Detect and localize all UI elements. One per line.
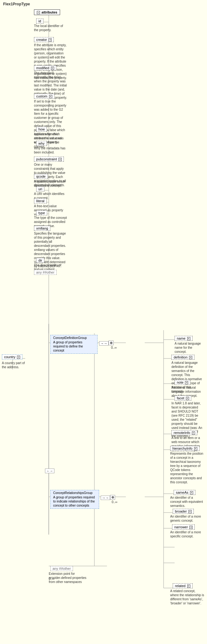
field-id-label: id xyxy=(38,19,41,23)
attributes-box: − attributes xyxy=(34,9,60,15)
diagram-container: Flex1PropType xyxy=(0,0,207,629)
broader-plus-icon[interactable]: + xyxy=(188,510,192,513)
attributes-label: attributes xyxy=(42,10,57,14)
pubconstraint-plus-icon[interactable]: + xyxy=(59,158,62,161)
modified-plus-icon[interactable]: + xyxy=(51,67,54,70)
field-uri: uri xyxy=(36,186,44,192)
field-note: note + xyxy=(175,380,190,385)
field-narrower-desc: An identifier of a more specific concept… xyxy=(170,530,205,538)
field-custom: custom + xyxy=(34,94,54,99)
field-related: related + xyxy=(173,583,193,588)
field-broader: broader + xyxy=(173,509,194,514)
crg-multiplicity: 0..∞ xyxy=(112,500,117,504)
crg-seq-arrow: →→ xyxy=(101,496,110,500)
field-dir: dir xyxy=(36,258,44,263)
narrower-plus-icon[interactable]: + xyxy=(189,526,193,529)
field-related-desc: A related concept, where the relationshi… xyxy=(170,589,205,605)
country-plus-icon[interactable]: + xyxy=(17,356,20,359)
custom-plus-icon[interactable]: + xyxy=(49,95,52,98)
field-xmllang: xmllang xyxy=(34,226,50,231)
field-sameas: sameAs + xyxy=(174,490,195,495)
definition-plus-icon[interactable]: + xyxy=(189,356,192,359)
field-hierarchyinfo-desc: Represents the position of a concept in … xyxy=(170,452,205,484)
field-id-desc: The local identifier of the property. xyxy=(34,24,65,32)
any-other-bottom-mult: 0..∞ xyxy=(49,577,54,580)
concept-relationships-group-box: ConceptRelationshipsGroup A group of pro… xyxy=(50,490,99,509)
cdg-multiplicity: 0..∞ xyxy=(111,346,117,349)
cdg-desc: A group of properties required to define… xyxy=(53,340,95,353)
field-type: type xyxy=(36,210,47,215)
name-plus-icon[interactable]: + xyxy=(187,337,190,340)
field-literal: literal xyxy=(34,198,47,203)
field-how: how xyxy=(36,127,47,132)
country-box: country + xyxy=(2,354,22,359)
field-any-other-top: any ##other xyxy=(34,270,57,275)
minus-icon[interactable]: − xyxy=(37,11,40,14)
left-arrow-connector: ←→ xyxy=(45,469,54,473)
field-narrower: narrower + xyxy=(172,525,195,530)
field-definition: definition + xyxy=(171,355,194,360)
cdg-seq-box: ⊕ xyxy=(109,341,114,345)
field-name-desc: A natural language name for the concept. xyxy=(175,341,204,354)
sameas-plus-icon[interactable]: + xyxy=(190,491,193,494)
field-id: id xyxy=(36,19,43,24)
field-facet: facet + xyxy=(175,396,191,401)
field-broader-desc: An identifier of a more generic concept. xyxy=(170,514,205,523)
field-pubconstraint: pubconstraint + xyxy=(34,157,64,162)
field-name: name + xyxy=(175,336,193,341)
crg-seq-box: ⊕ xyxy=(110,495,115,500)
cdg-label: ConceptDefinitionGroup xyxy=(53,336,87,340)
facet-plus-icon[interactable]: + xyxy=(186,397,189,400)
hierarchyinfo-plus-icon[interactable]: + xyxy=(194,447,197,450)
cdg-seq-arrow: →→ xyxy=(99,341,109,346)
country-desc: A country part of the address. xyxy=(2,361,27,369)
connector-lines xyxy=(0,0,207,644)
any-other-bottom-box: any ##other xyxy=(50,566,73,571)
field-why: why xyxy=(36,141,47,146)
field-sameas-desc: An identifier of a concept with equivale… xyxy=(170,496,205,508)
crg-label: ConceptRelationshipsGroup xyxy=(53,491,92,495)
field-why-desc: Why the metadata has been included. xyxy=(34,146,67,154)
crg-desc: A group of properties required to indica… xyxy=(53,495,96,508)
field-remoteinfo: remoteInfo + xyxy=(171,430,197,435)
field-creator: creator + xyxy=(34,37,54,42)
remoteinfo-plus-icon[interactable]: + xyxy=(192,431,195,435)
field-modified: modified + xyxy=(34,65,56,70)
related-plus-icon[interactable]: + xyxy=(187,585,190,588)
field-qcode: qcode xyxy=(34,174,48,179)
concept-definition-group-box: ConceptDefinitionGroup A group of proper… xyxy=(50,335,98,354)
creator-plus-icon[interactable]: + xyxy=(48,38,52,42)
note-plus-icon[interactable]: + xyxy=(185,381,188,384)
field-hierarchyinfo: hierarchyInfo + xyxy=(170,446,199,451)
page-title: Flex1PropType xyxy=(0,0,207,8)
